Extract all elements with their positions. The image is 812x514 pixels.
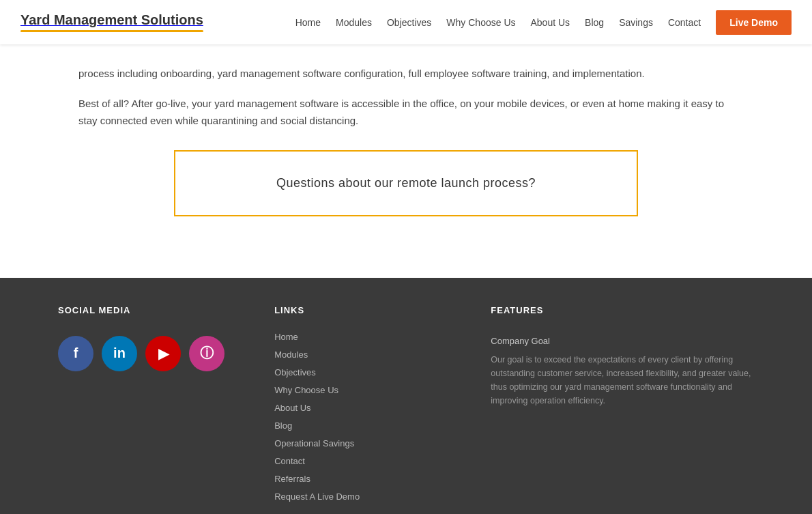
list-item: Blog [274, 419, 450, 431]
list-item: Home [274, 330, 450, 343]
main-nav: Home Modules Objectives Why Choose Us Ab… [295, 10, 792, 35]
cta-text: Questions about our remote launch proces… [276, 176, 536, 190]
links-title: LINKS [274, 305, 450, 315]
footer-link-contact[interactable]: Contact [274, 456, 305, 466]
footer-grid: SOCIAL MEDIA f in ▶ ⓘ LINKS Home Modules… [31, 305, 781, 515]
social-media-title: SOCIAL MEDIA [58, 305, 233, 315]
site-logo[interactable]: Yard Management Solutions [20, 12, 203, 32]
list-item: Request A Live Demo [274, 490, 450, 502]
content-section: process including onboarding, yard manag… [65, 44, 747, 278]
footer-social-column: SOCIAL MEDIA f in ▶ ⓘ [58, 305, 233, 508]
nav-modules[interactable]: Modules [336, 17, 372, 28]
cta-box[interactable]: Questions about our remote launch proces… [174, 150, 638, 216]
nav-about-us[interactable]: About Us [531, 17, 570, 28]
footer-link-why-choose-us[interactable]: Why Choose Us [274, 385, 338, 395]
footer-link-savings[interactable]: Operational Savings [274, 438, 354, 448]
list-item: Operational Savings [274, 437, 450, 449]
paragraph-2: Best of all? After go-live, your yard ma… [78, 95, 734, 130]
footer-link-blog[interactable]: Blog [274, 420, 292, 431]
footer-links-list: Home Modules Objectives Why Choose Us Ab… [274, 330, 450, 502]
site-footer: SOCIAL MEDIA f in ▶ ⓘ LINKS Home Modules… [0, 278, 812, 515]
footer-link-modules[interactable]: Modules [274, 349, 308, 360]
nav-savings[interactable]: Savings [619, 17, 653, 28]
nav-blog[interactable]: Blog [585, 17, 604, 28]
youtube-icon[interactable]: ▶ [145, 336, 181, 371]
linkedin-icon[interactable]: in [102, 336, 137, 371]
features-title: FEATURES [491, 305, 754, 315]
list-item: Modules [274, 348, 450, 360]
instagram-icon[interactable]: ⓘ [189, 336, 224, 371]
footer-link-live-demo[interactable]: Request A Live Demo [274, 491, 360, 502]
footer-features-column: FEATURES Company Goal Our goal is to exc… [491, 305, 754, 508]
nav-home[interactable]: Home [295, 17, 321, 28]
footer-link-referrals[interactable]: Referrals [274, 474, 310, 484]
list-item: About Us [274, 401, 450, 414]
site-header: Yard Management Solutions Home Modules O… [0, 0, 812, 44]
list-item: Contact [274, 455, 450, 467]
list-item: Referrals [274, 472, 450, 485]
list-item: Why Choose Us [274, 384, 450, 396]
nav-objectives[interactable]: Objectives [387, 17, 431, 28]
footer-link-objectives[interactable]: Objectives [274, 367, 316, 377]
footer-link-about-us[interactable]: About Us [274, 403, 310, 413]
nav-contact[interactable]: Contact [668, 17, 701, 28]
list-item: Objectives [274, 366, 450, 378]
live-demo-button[interactable]: Live Demo [716, 10, 792, 35]
company-goal-title: Company Goal [491, 336, 754, 346]
paragraph-1: process including onboarding, yard manag… [78, 65, 734, 83]
nav-why-choose-us[interactable]: Why Choose Us [446, 17, 515, 28]
footer-link-home[interactable]: Home [274, 332, 298, 342]
footer-links-column: LINKS Home Modules Objectives Why Choose… [274, 305, 450, 508]
social-icons-container: f in ▶ ⓘ [58, 336, 233, 371]
facebook-icon[interactable]: f [58, 336, 93, 371]
company-goal-text: Our goal is to exceed the expectations o… [491, 353, 754, 408]
